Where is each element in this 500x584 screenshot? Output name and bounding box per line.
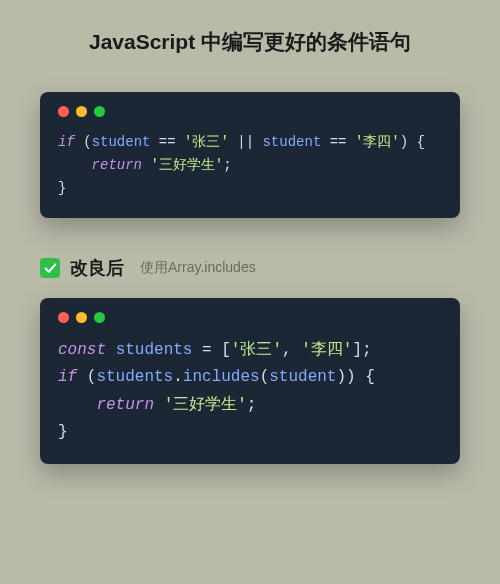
keyword-if: if <box>58 368 77 386</box>
code-text: ( <box>260 368 270 386</box>
string-literal: '三好学生' <box>164 396 247 414</box>
code-text: . <box>173 368 183 386</box>
code-text: ( <box>77 368 96 386</box>
page-title: JavaScript 中编写更好的条件语句 <box>40 28 460 56</box>
keyword-if: if <box>58 134 75 150</box>
string-literal: '李四' <box>355 134 400 150</box>
identifier: student <box>262 134 321 150</box>
code-text: ; <box>223 157 231 173</box>
maximize-icon <box>94 312 105 323</box>
identifier: student <box>92 134 151 150</box>
code-text: || <box>229 134 263 150</box>
checkmark-icon <box>40 258 60 278</box>
minimize-icon <box>76 106 87 117</box>
code-text: = [ <box>192 341 230 359</box>
code-text: } <box>58 423 68 441</box>
code-block-before: if (student == '张三' || student == '李四') … <box>40 92 460 218</box>
string-literal: '三好学生' <box>150 157 223 173</box>
code-text: } <box>58 180 66 196</box>
code-text: ]; <box>352 341 371 359</box>
string-literal: '李四' <box>301 341 352 359</box>
code-text: == <box>321 134 355 150</box>
window-controls <box>58 312 442 323</box>
identifier: students <box>96 368 173 386</box>
improved-subtitle: 使用Array.includes <box>140 259 256 277</box>
code-content-before: if (student == '张三' || student == '李四') … <box>58 131 442 200</box>
identifier: student <box>269 368 336 386</box>
maximize-icon <box>94 106 105 117</box>
keyword-const: const <box>58 341 106 359</box>
improved-label: 改良后 <box>70 256 124 280</box>
string-literal: '张三' <box>231 341 282 359</box>
close-icon <box>58 312 69 323</box>
close-icon <box>58 106 69 117</box>
code-text: == <box>150 134 184 150</box>
improved-header: 改良后 使用Array.includes <box>40 256 460 280</box>
space <box>106 341 116 359</box>
keyword-return: return <box>96 396 154 414</box>
code-text: )) { <box>336 368 374 386</box>
window-controls <box>58 106 442 117</box>
code-text: ( <box>75 134 92 150</box>
minimize-icon <box>76 312 87 323</box>
indent <box>58 157 92 173</box>
method-name: includes <box>183 368 260 386</box>
space <box>154 396 164 414</box>
code-text: ) { <box>400 134 425 150</box>
identifier: students <box>116 341 193 359</box>
code-text: , <box>282 341 301 359</box>
indent <box>58 396 96 414</box>
keyword-return: return <box>92 157 142 173</box>
code-text: ; <box>247 396 257 414</box>
code-content-after: const students = ['张三', '李四']; if (stude… <box>58 337 442 446</box>
string-literal: '张三' <box>184 134 229 150</box>
code-block-after: const students = ['张三', '李四']; if (stude… <box>40 298 460 464</box>
